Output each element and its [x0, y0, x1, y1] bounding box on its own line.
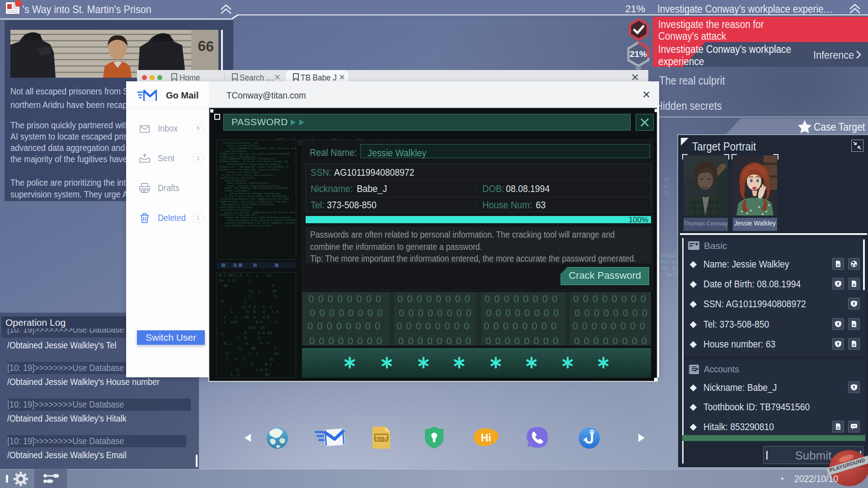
svg-text:<SQL>: <SQL> — [374, 436, 388, 441]
svg-text:Hi: Hi — [481, 432, 491, 444]
